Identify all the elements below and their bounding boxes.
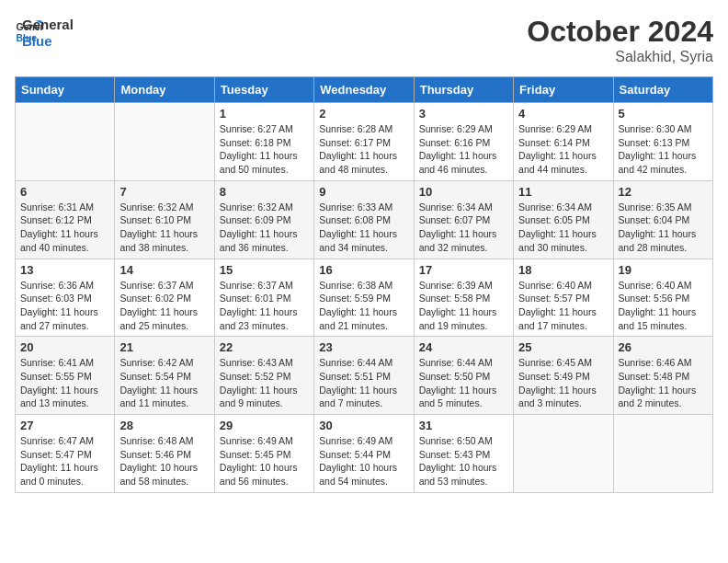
day-number: 21 [119, 340, 209, 354]
calendar-cell: 18Sunrise: 6:40 AM Sunset: 5:57 PM Dayli… [514, 259, 613, 337]
calendar-cell: 30Sunrise: 6:49 AM Sunset: 5:44 PM Dayli… [314, 415, 414, 493]
day-info: Sunrise: 6:40 AM Sunset: 5:57 PM Dayligh… [518, 279, 608, 333]
calendar-cell: 17Sunrise: 6:39 AM Sunset: 5:58 PM Dayli… [414, 259, 513, 337]
calendar-cell: 7Sunrise: 6:32 AM Sunset: 6:10 PM Daylig… [115, 180, 214, 259]
day-number: 25 [518, 340, 608, 354]
day-info: Sunrise: 6:33 AM Sunset: 6:08 PM Dayligh… [319, 201, 408, 255]
day-info: Sunrise: 6:27 AM Sunset: 6:18 PM Dayligh… [220, 122, 309, 177]
calendar-cell: 24Sunrise: 6:44 AM Sunset: 5:50 PM Dayli… [414, 337, 513, 415]
weekday-header: Wednesday [314, 77, 414, 103]
location: Salakhid, Syria [527, 49, 713, 65]
day-number: 9 [319, 185, 408, 199]
calendar-week-row: 1Sunrise: 6:27 AM Sunset: 6:18 PM Daylig… [16, 103, 713, 181]
calendar-cell [115, 103, 214, 181]
day-info: Sunrise: 6:37 AM Sunset: 6:02 PM Dayligh… [119, 279, 209, 333]
calendar-header-row: SundayMondayTuesdayWednesdayThursdayFrid… [16, 77, 713, 103]
day-info: Sunrise: 6:38 AM Sunset: 5:59 PM Dayligh… [319, 279, 408, 333]
day-number: 30 [319, 419, 408, 432]
day-number: 12 [619, 185, 708, 199]
calendar-cell: 16Sunrise: 6:38 AM Sunset: 5:59 PM Dayli… [314, 259, 414, 337]
day-info: Sunrise: 6:49 AM Sunset: 5:44 PM Dayligh… [319, 434, 408, 488]
day-number: 4 [518, 107, 608, 121]
day-info: Sunrise: 6:42 AM Sunset: 5:54 PM Dayligh… [119, 356, 209, 410]
calendar-cell: 8Sunrise: 6:32 AM Sunset: 6:09 PM Daylig… [214, 180, 313, 259]
day-number: 23 [319, 340, 408, 354]
calendar-cell: 13Sunrise: 6:36 AM Sunset: 6:03 PM Dayli… [16, 259, 115, 337]
day-info: Sunrise: 6:28 AM Sunset: 6:17 PM Dayligh… [319, 122, 408, 177]
day-number: 16 [319, 263, 408, 277]
calendar-week-row: 13Sunrise: 6:36 AM Sunset: 6:03 PM Dayli… [16, 259, 713, 337]
day-info: Sunrise: 6:40 AM Sunset: 5:56 PM Dayligh… [619, 279, 708, 333]
day-info: Sunrise: 6:44 AM Sunset: 5:51 PM Dayligh… [319, 356, 408, 410]
day-info: Sunrise: 6:47 AM Sunset: 5:47 PM Dayligh… [20, 434, 109, 488]
calendar-cell [16, 103, 115, 181]
calendar-week-row: 27Sunrise: 6:47 AM Sunset: 5:47 PM Dayli… [16, 415, 713, 493]
calendar-cell [613, 415, 712, 493]
day-number: 17 [419, 263, 508, 277]
calendar-cell: 1Sunrise: 6:27 AM Sunset: 6:18 PM Daylig… [214, 103, 313, 181]
calendar-cell: 31Sunrise: 6:50 AM Sunset: 5:43 PM Dayli… [414, 415, 513, 493]
day-number: 27 [20, 419, 109, 432]
calendar-cell: 12Sunrise: 6:35 AM Sunset: 6:04 PM Dayli… [613, 180, 712, 259]
calendar-cell: 23Sunrise: 6:44 AM Sunset: 5:51 PM Dayli… [314, 337, 414, 415]
page-header: General Blue General Blue October 2024 S… [15, 15, 713, 65]
day-number: 11 [518, 185, 608, 199]
day-number: 15 [220, 263, 309, 277]
weekday-header: Friday [514, 77, 613, 103]
day-info: Sunrise: 6:32 AM Sunset: 6:10 PM Dayligh… [119, 201, 209, 255]
day-number: 2 [319, 107, 408, 121]
calendar-cell: 21Sunrise: 6:42 AM Sunset: 5:54 PM Dayli… [115, 337, 214, 415]
day-number: 14 [119, 263, 209, 277]
day-info: Sunrise: 6:36 AM Sunset: 6:03 PM Dayligh… [20, 279, 109, 333]
day-info: Sunrise: 6:32 AM Sunset: 6:09 PM Dayligh… [220, 201, 309, 255]
calendar-cell: 9Sunrise: 6:33 AM Sunset: 6:08 PM Daylig… [314, 180, 414, 259]
day-number: 8 [220, 185, 309, 199]
calendar-cell: 27Sunrise: 6:47 AM Sunset: 5:47 PM Dayli… [16, 415, 115, 493]
calendar-cell: 10Sunrise: 6:34 AM Sunset: 6:07 PM Dayli… [414, 180, 513, 259]
day-info: Sunrise: 6:45 AM Sunset: 5:49 PM Dayligh… [518, 356, 608, 410]
logo-line1: General [22, 17, 74, 33]
calendar-cell: 4Sunrise: 6:29 AM Sunset: 6:14 PM Daylig… [514, 103, 613, 181]
title-block: October 2024 Salakhid, Syria [527, 15, 713, 65]
day-number: 31 [419, 419, 508, 432]
day-number: 3 [419, 107, 508, 121]
calendar-cell: 2Sunrise: 6:28 AM Sunset: 6:17 PM Daylig… [314, 103, 414, 181]
calendar-cell: 19Sunrise: 6:40 AM Sunset: 5:56 PM Dayli… [613, 259, 712, 337]
day-number: 1 [220, 107, 309, 121]
calendar-cell: 11Sunrise: 6:34 AM Sunset: 6:05 PM Dayli… [514, 180, 613, 259]
weekday-header: Sunday [16, 77, 115, 103]
month-title: October 2024 [527, 15, 713, 49]
weekday-header: Saturday [613, 77, 712, 103]
day-number: 10 [419, 185, 508, 199]
weekday-header: Monday [115, 77, 214, 103]
day-info: Sunrise: 6:37 AM Sunset: 6:01 PM Dayligh… [220, 279, 309, 333]
calendar-week-row: 6Sunrise: 6:31 AM Sunset: 6:12 PM Daylig… [16, 180, 713, 259]
day-number: 28 [119, 419, 209, 432]
calendar-cell [514, 415, 613, 493]
day-number: 13 [20, 263, 109, 277]
day-number: 20 [20, 340, 109, 354]
calendar-cell: 3Sunrise: 6:29 AM Sunset: 6:16 PM Daylig… [414, 103, 513, 181]
day-info: Sunrise: 6:50 AM Sunset: 5:43 PM Dayligh… [419, 434, 508, 488]
calendar-cell: 15Sunrise: 6:37 AM Sunset: 6:01 PM Dayli… [214, 259, 313, 337]
day-info: Sunrise: 6:29 AM Sunset: 6:16 PM Dayligh… [419, 122, 508, 177]
logo: General Blue General Blue [15, 15, 74, 50]
calendar-cell: 22Sunrise: 6:43 AM Sunset: 5:52 PM Dayli… [214, 337, 313, 415]
day-number: 5 [619, 107, 708, 121]
day-info: Sunrise: 6:49 AM Sunset: 5:45 PM Dayligh… [220, 434, 309, 488]
day-info: Sunrise: 6:43 AM Sunset: 5:52 PM Dayligh… [220, 356, 309, 410]
day-number: 6 [20, 185, 109, 199]
day-info: Sunrise: 6:34 AM Sunset: 6:07 PM Dayligh… [419, 201, 508, 255]
day-info: Sunrise: 6:44 AM Sunset: 5:50 PM Dayligh… [419, 356, 508, 410]
day-number: 29 [220, 419, 309, 432]
calendar-cell: 29Sunrise: 6:49 AM Sunset: 5:45 PM Dayli… [214, 415, 313, 493]
calendar-cell: 28Sunrise: 6:48 AM Sunset: 5:46 PM Dayli… [115, 415, 214, 493]
day-info: Sunrise: 6:31 AM Sunset: 6:12 PM Dayligh… [20, 201, 109, 255]
calendar-cell: 25Sunrise: 6:45 AM Sunset: 5:49 PM Dayli… [514, 337, 613, 415]
day-info: Sunrise: 6:30 AM Sunset: 6:13 PM Dayligh… [619, 122, 708, 177]
day-number: 19 [619, 263, 708, 277]
weekday-header: Tuesday [214, 77, 313, 103]
calendar-week-row: 20Sunrise: 6:41 AM Sunset: 5:55 PM Dayli… [16, 337, 713, 415]
calendar-cell: 20Sunrise: 6:41 AM Sunset: 5:55 PM Dayli… [16, 337, 115, 415]
calendar-table: SundayMondayTuesdayWednesdayThursdayFrid… [15, 76, 713, 493]
